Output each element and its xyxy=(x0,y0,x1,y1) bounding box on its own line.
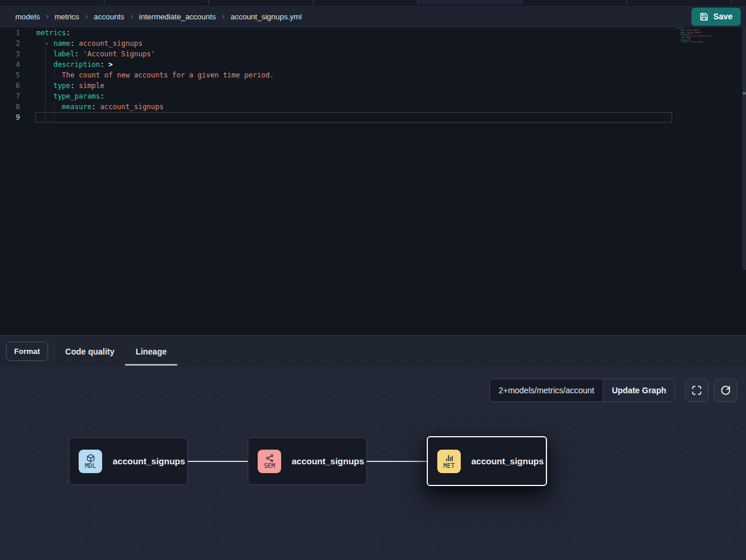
code-token: metrics xyxy=(36,29,66,37)
code-token: : xyxy=(66,29,70,37)
lineage-node-metric[interactable]: MET account_signups xyxy=(427,436,547,486)
file-tab[interactable] xyxy=(627,0,731,5)
lineage-edge xyxy=(366,461,427,462)
code-token xyxy=(36,92,53,100)
code-token: type_params xyxy=(53,92,100,100)
fullscreen-button[interactable] xyxy=(685,379,708,402)
badge-label: MDL xyxy=(85,463,96,469)
editor-scrollbar[interactable] xyxy=(742,28,746,270)
minimap[interactable]: metrics: - name: account_signups label: … xyxy=(677,28,712,43)
line-number: 1 xyxy=(0,28,20,38)
node-label: account_signups xyxy=(113,456,185,466)
code-token: > xyxy=(104,60,113,69)
update-graph-button[interactable]: Update Graph xyxy=(603,379,674,402)
code-token: name xyxy=(53,39,70,48)
code-token xyxy=(36,103,62,111)
code-line[interactable]: metrics: xyxy=(36,28,672,38)
code-token: - xyxy=(45,39,53,48)
cube-icon xyxy=(86,454,95,463)
file-tab[interactable] xyxy=(313,0,418,5)
code-token: type xyxy=(53,82,70,90)
selector-group: Update Graph xyxy=(490,379,675,402)
code-token: The count of new accounts for a given ti… xyxy=(36,71,274,79)
network-icon xyxy=(265,454,274,463)
code-token xyxy=(36,60,53,69)
chevron-right-icon xyxy=(83,14,90,20)
breadcrumb-item-models[interactable]: models xyxy=(15,12,40,21)
line-number: 2 xyxy=(0,38,20,49)
code-token: : xyxy=(70,82,75,90)
code-line[interactable]: - name: account_signups xyxy=(36,38,672,49)
tab-code-quality[interactable]: Code quality xyxy=(55,336,125,367)
chevron-right-icon xyxy=(220,14,227,20)
file-tab[interactable] xyxy=(0,0,104,5)
bar-chart-icon xyxy=(445,454,454,463)
breadcrumb-item-metrics[interactable]: metrics xyxy=(55,12,79,21)
code-token: account_signups xyxy=(689,41,703,43)
model-badge: MDL xyxy=(79,450,102,473)
scrollbar-marker xyxy=(742,92,746,95)
breadcrumb: models metrics accounts intermediate_acc… xyxy=(15,12,302,21)
fullscreen-icon xyxy=(691,385,702,396)
node-label: account_signups xyxy=(471,456,544,466)
file-tab[interactable] xyxy=(731,0,746,5)
code-line[interactable]: label: 'Account Signups' xyxy=(36,49,672,59)
code-token xyxy=(677,41,682,43)
breadcrumb-item-accounts[interactable]: accounts xyxy=(94,12,124,21)
minimap-line: measure: account_signups xyxy=(677,41,712,43)
lineage-controls: Update Graph xyxy=(490,379,737,402)
code-token xyxy=(36,82,53,90)
code-token: label xyxy=(53,50,75,58)
code-token xyxy=(36,39,45,48)
line-number: 3 xyxy=(0,49,20,59)
line-number: 4 xyxy=(0,59,20,70)
code-token: 'Account Signups' xyxy=(79,50,155,58)
file-tab[interactable] xyxy=(209,0,313,5)
lineage-canvas[interactable]: Update Graph MDL account_signups SEM acc… xyxy=(0,367,746,560)
refresh-button[interactable] xyxy=(714,379,737,402)
breadcrumb-item-intermediate-accounts[interactable]: intermediate_accounts xyxy=(139,12,216,21)
code-token: simple xyxy=(75,82,104,90)
code-token: measure xyxy=(62,103,92,111)
line-number: 8 xyxy=(0,102,20,112)
breadcrumb-item-file[interactable]: account_signups.yml xyxy=(231,12,302,21)
node-label: account_signups xyxy=(292,456,364,466)
lineage-node-model[interactable]: MDL account_signups xyxy=(69,437,188,485)
code-line[interactable]: measure: account_signups xyxy=(36,102,672,112)
line-number: 7 xyxy=(0,91,20,102)
metric-badge: MET xyxy=(437,450,461,473)
code-token: : xyxy=(70,39,75,48)
format-button[interactable]: Format xyxy=(6,342,48,361)
save-button-label: Save xyxy=(713,12,733,21)
code-line[interactable]: description: > xyxy=(36,59,672,70)
chevron-right-icon xyxy=(44,14,50,20)
code-token: measure xyxy=(682,41,688,43)
badge-label: MET xyxy=(444,463,455,469)
line-number: 6 xyxy=(0,80,20,91)
editor-tab-strip xyxy=(0,0,746,5)
code-editor[interactable]: 123456789 metrics: - name: account_signu… xyxy=(0,28,746,335)
code-line[interactable]: type: simple xyxy=(36,80,672,91)
badge-label: SEM xyxy=(264,463,275,469)
file-tab[interactable] xyxy=(418,0,522,5)
bottom-panel-header: Format Code quality Lineage xyxy=(0,335,746,367)
code-line[interactable]: type_params: xyxy=(36,91,672,102)
lineage-edge xyxy=(188,461,248,462)
file-tab[interactable] xyxy=(104,0,209,5)
code-token xyxy=(36,50,53,58)
refresh-icon xyxy=(720,385,731,396)
code-lines[interactable]: metrics: - name: account_signups label: … xyxy=(36,28,672,123)
file-tab[interactable] xyxy=(522,0,627,5)
code-token: description xyxy=(53,60,100,69)
lineage-node-semantic-model[interactable]: SEM account_signups xyxy=(248,437,367,485)
code-token: account_signups xyxy=(75,39,143,48)
code-line[interactable] xyxy=(35,112,672,123)
tab-lineage[interactable]: Lineage xyxy=(125,336,177,367)
code-token: : xyxy=(100,60,104,69)
chevron-right-icon xyxy=(129,14,135,20)
save-button[interactable]: Save xyxy=(691,8,741,26)
save-icon xyxy=(700,12,708,21)
code-line[interactable]: The count of new accounts for a given ti… xyxy=(36,70,672,80)
lineage-selector-input[interactable] xyxy=(490,379,603,402)
code-token: account_signups xyxy=(96,103,164,111)
